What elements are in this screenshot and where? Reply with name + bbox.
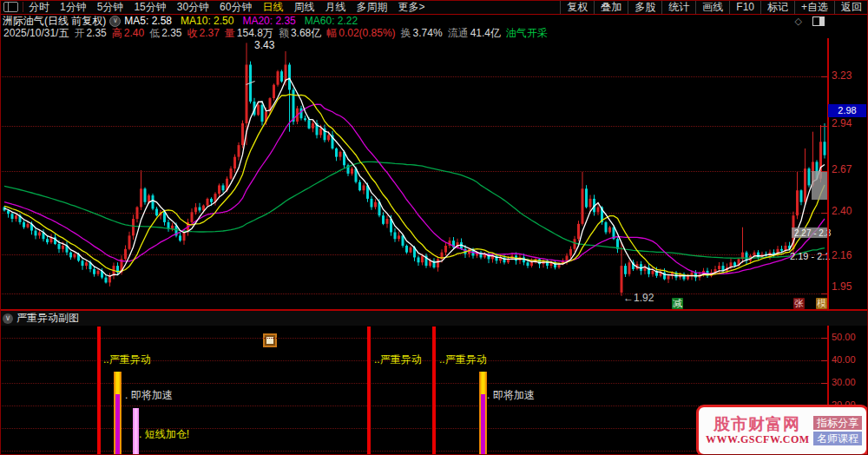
window-border-top [0,0,868,1]
action-button-画线[interactable]: 画线 [695,1,729,14]
ma-legend-item: MA5: 2.58 [124,16,172,27]
collapse-chevron-icon[interactable]: ∨ [3,313,13,324]
period-tab-1分钟[interactable]: 1分钟 [55,1,92,14]
quote-field: 2.35 [161,28,181,38]
legend-row: 洲际油气(日线 前复权) ∨ MA5: 2.58MA10: 2.50MA20: … [0,15,868,27]
axis-tick [821,293,827,294]
quote-field: 低 [149,28,160,38]
action-button-统计[interactable]: 统计 [661,1,695,14]
quote-field: 流通 [448,28,469,38]
alert-vline [367,326,371,455]
quote-field: 量 [225,28,235,38]
quote-field: 154.8万 [237,28,273,38]
price-axis-label: 2.94 [832,118,852,129]
period-tab-60分钟[interactable]: 60分钟 [214,1,257,14]
quote-field: 换 [401,28,411,38]
price-axis-label: 1.95 [832,281,852,292]
action-button-返回[interactable]: 返回 [834,1,868,14]
price-annotation: ←1.92 [623,292,654,304]
action-button-F10[interactable]: F10 [729,1,760,14]
quote-field: 2.35 [86,28,106,38]
sub-axis-label: 50.00 [832,333,856,342]
signal-label: . 短线加仓! [139,429,189,439]
diamond-icon[interactable]: ◇ [795,16,802,27]
quote-field: 2.40 [124,28,144,38]
quote-field: 3.74% [413,28,443,38]
action-button-叠加[interactable]: 叠加 [594,1,628,14]
action-button-+自选[interactable]: +自选 [794,1,834,14]
sub-axis-label: 30.00 [832,378,856,387]
signal-bar [133,408,139,454]
axis-tick [821,126,827,127]
ma-legend-item: MA10: 2.50 [181,16,233,27]
ma-legend-item: MA20: 2.35 [242,16,295,27]
period-tabs: 分时1分钟5分钟15分钟30分钟60分钟日线周线月线多周期更多> [23,1,430,14]
action-buttons: 复权叠加多股统计画线F10标记+自选返回 [560,1,868,14]
sub-gridline [2,338,827,339]
period-tab-月线[interactable]: 月线 [319,1,351,14]
quote-info-bar: 2025/10/31/五开2.35高2.40低2.35收2.37量154.8万额… [0,27,868,38]
period-tab-多周期[interactable]: 多周期 [351,1,392,14]
period-tab-5分钟[interactable]: 5分钟 [92,1,129,14]
ma-legend-item: MA60: 2.22 [305,16,358,27]
signal-label: ..严重异动 [439,354,487,365]
period-tab-日线[interactable]: 日线 [257,1,288,14]
quote-field: 41.4亿 [470,28,501,38]
marker-badge: 张 [793,298,805,309]
quote-field: 0.02(0.85%) [339,28,395,38]
quote-field: 油气开采 [506,28,548,38]
signal-label: ..严重异动 [103,354,151,365]
signal-label: . 即将加速 [125,390,173,400]
period-tab-周线[interactable]: 周线 [288,1,319,14]
chevron-down-icon[interactable]: ∨ [109,16,121,27]
indicator-title: 严重异动副图 [16,311,79,326]
price-axis-label: 2.67 [832,164,852,175]
sub-axis-label: 40.00 [832,355,856,365]
sub-axis-tick [821,360,827,361]
marker-badge: 模 [816,298,827,309]
quote-field: 幅 [326,28,337,38]
stock-app-window: 分时1分钟5分钟15分钟30分钟60分钟日线周线月线多周期更多> 复权叠加多股统… [0,0,868,455]
signal-label: . 即将加速 [487,390,535,400]
alert-vline [97,326,101,455]
candlestick-plot [2,38,827,309]
price-axis-label: 2.16 [832,250,852,260]
watermark-badge-indicators: 指标分享 [813,416,862,430]
watermark-url: WWW.GSCFW.COM [706,433,808,446]
period-tab-30分钟[interactable]: 30分钟 [172,1,214,14]
signal-bar-inner [481,394,485,454]
price-annotation: 3.43 [254,39,274,51]
quote-field: 收 [187,28,197,38]
action-button-复权[interactable]: 复权 [560,1,594,14]
watermark-card: 股市财富网 WWW.GSCFW.COM 指标分享 名师课程 [696,405,868,455]
period-tab-15分钟[interactable]: 15分钟 [128,1,171,14]
quote-field: 3.68亿 [291,28,321,38]
price-annotation: 2.27 - 2.3 [794,228,831,238]
sub-axis-tick [821,338,827,339]
window-restore-icon[interactable] [812,16,825,26]
quote-field: 2025/10/31/五 [3,28,69,38]
watermark-site-name: 股市财富网 [706,415,808,433]
price-annotation: 2.19 - 2.1 [790,251,830,261]
window-border-left [0,0,1,455]
stock-title: 洲际油气(日线 前复权) [3,16,106,27]
price-axis-label: 3.23 [832,70,852,81]
signal-bar-inner [115,394,120,454]
signal-label: ..严重异动 [374,354,422,365]
marker-badge: 减 [672,298,683,309]
axis-tick [821,254,827,255]
latest-price-tag: 2.98 [828,104,866,117]
watermark-badge-courses: 名师课程 [813,432,862,445]
axis-tick [821,76,827,77]
gap-zone-box [812,171,827,200]
window-split-icon[interactable] [3,2,18,12]
action-button-标记[interactable]: 标记 [760,1,794,14]
period-tab-分时[interactable]: 分时 [23,1,55,14]
indicator-header: ∨ 严重异动副图 [0,311,868,326]
sub-axis-tick [821,383,827,384]
price-axis-label: 2.40 [832,206,852,216]
period-tab-更多>[interactable]: 更多> [392,1,430,14]
action-button-多股[interactable]: 多股 [628,1,661,14]
main-price-chart[interactable]: 3.43←1.922.27 - 2.32.19 - 2.1减张模 [0,38,868,310]
alert-vline [432,326,436,455]
